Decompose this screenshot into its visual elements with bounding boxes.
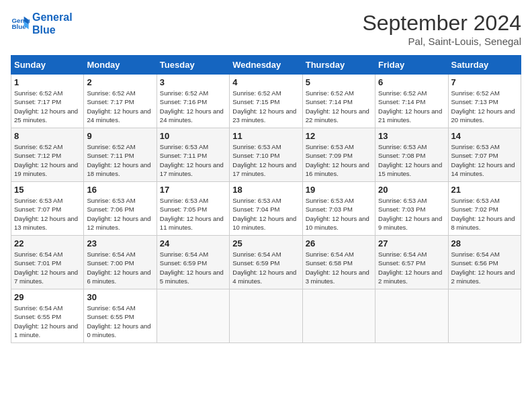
day-info: Sunrise: 6:53 AMSunset: 7:06 PMDaylight:… [87,196,153,232]
day-info: Sunrise: 6:53 AMSunset: 7:10 PMDaylight:… [232,142,299,178]
col-tuesday: Tuesday [157,56,229,75]
day-number: 2 [87,77,153,87]
day-number: 4 [232,77,299,87]
table-row [375,289,448,343]
table-row: 16Sunrise: 6:53 AMSunset: 7:06 PMDayligh… [84,182,157,236]
day-number: 11 [232,131,299,141]
logo-general: General [32,11,73,24]
day-number: 28 [451,238,518,248]
day-number: 8 [14,131,81,141]
day-number: 23 [87,238,153,248]
table-row: 26Sunrise: 6:54 AMSunset: 6:58 PMDayligh… [302,236,375,289]
table-row: 11Sunrise: 6:53 AMSunset: 7:10 PMDayligh… [230,128,302,182]
day-number: 20 [378,185,445,195]
day-info: Sunrise: 6:54 AMSunset: 7:00 PMDaylight:… [87,250,153,285]
day-info: Sunrise: 6:52 AMSunset: 7:13 PMDaylight:… [451,89,518,124]
table-row: 3Sunrise: 6:52 AMSunset: 7:16 PMDaylight… [157,75,229,128]
day-number: 27 [378,238,445,248]
table-row: 15Sunrise: 6:53 AMSunset: 7:07 PMDayligh… [11,182,84,236]
table-row: 10Sunrise: 6:53 AMSunset: 7:11 PMDayligh… [157,128,229,182]
day-info: Sunrise: 6:52 AMSunset: 7:17 PMDaylight:… [87,89,153,124]
table-row: 24Sunrise: 6:54 AMSunset: 6:59 PMDayligh… [157,236,229,289]
day-info: Sunrise: 6:52 AMSunset: 7:14 PMDaylight:… [378,89,445,124]
calendar-week-row: 1Sunrise: 6:52 AMSunset: 7:17 PMDaylight… [11,75,521,128]
table-row: 1Sunrise: 6:52 AMSunset: 7:17 PMDaylight… [11,75,84,128]
day-info: Sunrise: 6:53 AMSunset: 7:08 PMDaylight:… [378,142,445,178]
day-info: Sunrise: 6:53 AMSunset: 7:05 PMDaylight:… [160,196,226,232]
col-wednesday: Wednesday [230,56,302,75]
table-row: 7Sunrise: 6:52 AMSunset: 7:13 PMDaylight… [448,75,521,128]
table-row: 30Sunrise: 6:54 AMSunset: 6:55 PMDayligh… [84,289,157,343]
day-info: Sunrise: 6:53 AMSunset: 7:03 PMDaylight:… [378,196,445,232]
table-row: 27Sunrise: 6:54 AMSunset: 6:57 PMDayligh… [375,236,448,289]
day-info: Sunrise: 6:53 AMSunset: 7:11 PMDaylight:… [160,142,226,178]
day-number: 19 [306,185,372,195]
day-number: 6 [378,77,445,87]
day-info: Sunrise: 6:52 AMSunset: 7:16 PMDaylight:… [160,89,226,124]
table-row [230,289,302,343]
col-friday: Friday [375,56,448,75]
day-number: 9 [87,131,153,141]
day-number: 25 [232,238,299,248]
day-number: 18 [232,185,299,195]
day-info: Sunrise: 6:53 AMSunset: 7:07 PMDaylight:… [14,196,81,232]
col-sunday: Sunday [11,56,84,75]
month-title: September 2024 [362,11,521,36]
calendar-header-row: Sunday Monday Tuesday Wednesday Thursday… [11,56,521,75]
table-row: 17Sunrise: 6:53 AMSunset: 7:05 PMDayligh… [157,182,229,236]
table-row: 2Sunrise: 6:52 AMSunset: 7:17 PMDaylight… [84,75,157,128]
day-info: Sunrise: 6:54 AMSunset: 7:01 PMDaylight:… [14,250,81,285]
table-row: 5Sunrise: 6:52 AMSunset: 7:14 PMDaylight… [302,75,375,128]
day-number: 17 [160,185,226,195]
day-number: 3 [160,77,226,87]
logo-blue: Blue [32,24,73,36]
day-info: Sunrise: 6:52 AMSunset: 7:14 PMDaylight:… [306,89,372,124]
table-row: 6Sunrise: 6:52 AMSunset: 7:14 PMDaylight… [375,75,448,128]
day-info: Sunrise: 6:52 AMSunset: 7:12 PMDaylight:… [14,142,81,178]
day-number: 24 [160,238,226,248]
day-info: Sunrise: 6:54 AMSunset: 6:59 PMDaylight:… [160,250,226,285]
day-info: Sunrise: 6:54 AMSunset: 6:56 PMDaylight:… [451,250,518,285]
day-number: 26 [306,238,372,248]
header: General Blue General Blue September 2024… [11,11,521,47]
day-info: Sunrise: 6:54 AMSunset: 6:55 PMDaylight:… [87,304,153,339]
day-number: 1 [14,77,81,87]
calendar-week-row: 15Sunrise: 6:53 AMSunset: 7:07 PMDayligh… [11,182,521,236]
calendar-week-row: 8Sunrise: 6:52 AMSunset: 7:12 PMDaylight… [11,128,521,182]
day-info: Sunrise: 6:53 AMSunset: 7:03 PMDaylight:… [306,196,372,232]
day-number: 16 [87,185,153,195]
day-number: 10 [160,131,226,141]
table-row: 23Sunrise: 6:54 AMSunset: 7:00 PMDayligh… [84,236,157,289]
table-row: 4Sunrise: 6:52 AMSunset: 7:15 PMDaylight… [230,75,302,128]
table-row: 8Sunrise: 6:52 AMSunset: 7:12 PMDaylight… [11,128,84,182]
table-row: 22Sunrise: 6:54 AMSunset: 7:01 PMDayligh… [11,236,84,289]
day-info: Sunrise: 6:53 AMSunset: 7:02 PMDaylight:… [451,196,518,232]
calendar-week-row: 29Sunrise: 6:54 AMSunset: 6:55 PMDayligh… [11,289,521,343]
day-info: Sunrise: 6:54 AMSunset: 6:55 PMDaylight:… [14,304,81,339]
day-number: 14 [451,131,518,141]
table-row: 13Sunrise: 6:53 AMSunset: 7:08 PMDayligh… [375,128,448,182]
table-row: 18Sunrise: 6:53 AMSunset: 7:04 PMDayligh… [230,182,302,236]
day-info: Sunrise: 6:52 AMSunset: 7:15 PMDaylight:… [232,89,299,124]
day-info: Sunrise: 6:54 AMSunset: 6:59 PMDaylight:… [232,250,299,285]
table-row: 25Sunrise: 6:54 AMSunset: 6:59 PMDayligh… [230,236,302,289]
col-monday: Monday [84,56,157,75]
table-row: 14Sunrise: 6:53 AMSunset: 7:07 PMDayligh… [448,128,521,182]
day-number: 5 [306,77,372,87]
table-row: 9Sunrise: 6:52 AMSunset: 7:11 PMDaylight… [84,128,157,182]
table-row: 12Sunrise: 6:53 AMSunset: 7:09 PMDayligh… [302,128,375,182]
table-row: 19Sunrise: 6:53 AMSunset: 7:03 PMDayligh… [302,182,375,236]
day-number: 22 [14,238,81,248]
day-info: Sunrise: 6:54 AMSunset: 6:58 PMDaylight:… [306,250,372,285]
day-info: Sunrise: 6:52 AMSunset: 7:11 PMDaylight:… [87,142,153,178]
day-number: 12 [306,131,372,141]
day-number: 21 [451,185,518,195]
day-number: 30 [87,292,153,302]
logo-icon: General Blue [11,14,30,33]
calendar-week-row: 22Sunrise: 6:54 AMSunset: 7:01 PMDayligh… [11,236,521,289]
table-row [448,289,521,343]
day-number: 15 [14,185,81,195]
col-thursday: Thursday [302,56,375,75]
col-saturday: Saturday [448,56,521,75]
day-info: Sunrise: 6:52 AMSunset: 7:17 PMDaylight:… [14,89,81,124]
